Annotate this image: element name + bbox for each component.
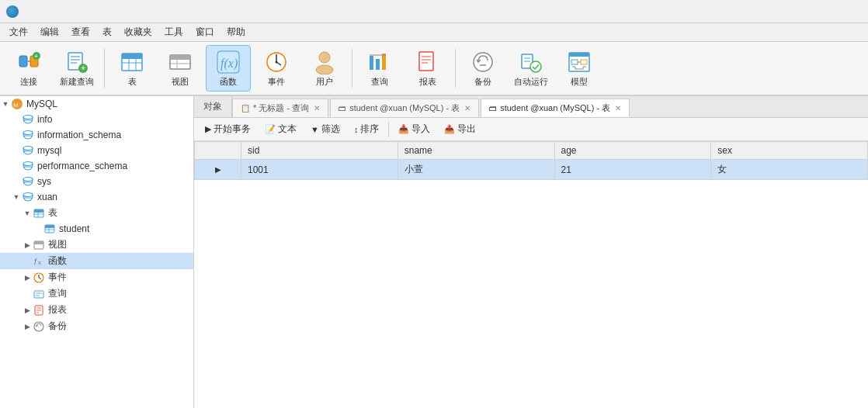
table-area: sid sname age sex ▶ 1001 小萱 21 女 <box>194 141 868 408</box>
action-icon-export: 📤 <box>444 124 455 134</box>
sidebar-item-report-group[interactable]: ▶报表 <box>0 302 193 318</box>
tree-arrow <box>11 130 22 140</box>
action-icon-begin-transaction: ▶ <box>205 124 211 134</box>
svg-point-55 <box>23 162 33 166</box>
svg-rect-70 <box>34 241 43 244</box>
tree-arrow <box>11 161 22 171</box>
autorun-icon <box>519 50 543 74</box>
action-sep <box>388 122 389 137</box>
action-icon-text: 📝 <box>265 124 276 134</box>
tab-objects[interactable]: 对象 <box>194 95 232 117</box>
toolbar-report-button[interactable]: 报表 <box>405 45 450 92</box>
toolbar-query-button[interactable]: 查询 <box>357 45 402 92</box>
new-query-icon: + <box>64 50 89 74</box>
view-icon <box>168 50 193 74</box>
tree-label-xuan: xuan <box>37 192 57 202</box>
content-area: 对象📋* 无标题 - 查询✕🗃student @xuan (MySQL) - 表… <box>194 96 868 408</box>
action-btn-text[interactable]: 📝文本 <box>259 121 303 137</box>
table-body: ▶ 1001 小萱 21 女 <box>195 160 868 180</box>
action-btn-begin-transaction[interactable]: ▶开始事务 <box>199 121 257 137</box>
connect-label: 连接 <box>20 76 37 88</box>
toolbar-function-button[interactable]: f(x) 函数 <box>206 45 251 92</box>
sidebar-item-student[interactable]: student <box>0 221 193 237</box>
sidebar-item-event-group[interactable]: ▶事件 <box>0 269 193 285</box>
toolbar-model-button[interactable]: 模型 <box>557 45 602 92</box>
tree-arrow: ▼ <box>22 208 33 219</box>
model-icon <box>567 50 592 74</box>
view-label: 视图 <box>172 76 189 88</box>
action-btn-sort[interactable]: ↕排序 <box>348 121 386 137</box>
sidebar-item-biao-group[interactable]: ▼表 <box>0 205 193 221</box>
row-indicator: ▶ <box>195 160 241 180</box>
tree-label-biao-group: 表 <box>48 206 57 220</box>
toolbar-view-button[interactable]: 视图 <box>158 45 203 92</box>
menu-item-帮助[interactable]: 帮助 <box>220 24 252 40</box>
sidebar-item-information_schema[interactable]: information_schema <box>0 127 193 143</box>
event-label: 事件 <box>268 76 285 88</box>
svg-text:f: f <box>34 258 37 266</box>
data-table: sid sname age sex ▶ 1001 小萱 21 女 <box>194 141 868 180</box>
svg-point-25 <box>276 61 278 63</box>
sidebar-item-xuan[interactable]: ▼xuan <box>0 189 193 205</box>
toolbar-new-query-button[interactable]: + 新建查询 <box>54 45 99 92</box>
header-row: sid sname age sex <box>195 142 868 160</box>
svg-rect-62 <box>34 209 43 213</box>
menu-item-窗口[interactable]: 窗口 <box>189 24 220 40</box>
table-row[interactable]: ▶ 1001 小萱 21 女 <box>195 160 868 180</box>
table-header: sid sname age sex <box>195 142 868 160</box>
function-icon: f(x) <box>216 50 241 74</box>
event-icon <box>264 50 289 74</box>
toolbar-event-button[interactable]: 事件 <box>254 45 299 92</box>
svg-text:f(x): f(x) <box>220 57 238 71</box>
toolbar-connect-button[interactable]: + 连接 <box>6 45 51 92</box>
user-icon <box>312 50 337 74</box>
col-sex: sex <box>711 142 868 160</box>
menu-item-查看[interactable]: 查看 <box>65 24 96 40</box>
tree-icon-mysql <box>22 144 34 157</box>
menu-item-表[interactable]: 表 <box>96 24 118 40</box>
svg-point-51 <box>23 131 33 135</box>
svg-point-27 <box>316 65 333 74</box>
tree-icon-student <box>43 223 56 235</box>
query-tab-close[interactable]: ✕ <box>314 104 320 112</box>
student-tab2-label: student @xuan (MySQL) - 表 <box>500 102 610 114</box>
tree-label-information_schema: information_schema <box>37 130 121 140</box>
toolbar-backup-button[interactable]: 备份 <box>460 45 505 92</box>
action-btn-export[interactable]: 📤导出 <box>438 121 482 137</box>
sidebar-item-info[interactable]: info <box>0 112 193 127</box>
menu-bar: 文件编辑查看表收藏夹工具窗口帮助 <box>0 23 868 42</box>
student-tab1-close[interactable]: ✕ <box>464 104 470 112</box>
toolbar-user-button[interactable]: 用户 <box>302 45 347 92</box>
tree-icon-event-group <box>33 271 45 284</box>
action-btn-import[interactable]: 📥导入 <box>392 121 436 137</box>
sidebar-item-view-group[interactable]: ▶视图 <box>0 237 193 253</box>
student-tab2-close[interactable]: ✕ <box>615 104 621 112</box>
tree-label-performance_schema: performance_schema <box>37 161 127 171</box>
sidebar-item-query-group[interactable]: 查询 <box>0 285 193 302</box>
tree-label-backup-group: 备份 <box>48 320 67 333</box>
sidebar-item-func-group[interactable]: fx函数 <box>0 253 193 269</box>
svg-rect-30 <box>382 54 386 70</box>
sidebar-item-sys[interactable]: sys <box>0 174 193 189</box>
menu-item-收藏夹[interactable]: 收藏夹 <box>118 24 158 40</box>
toolbar-table-button[interactable]: 表 <box>109 45 155 92</box>
autorun-label: 自动运行 <box>514 76 548 88</box>
sidebar-item-performance_schema[interactable]: performance_schema <box>0 158 193 174</box>
menu-item-工具[interactable]: 工具 <box>158 24 189 40</box>
toolbar-autorun-button[interactable]: 自动运行 <box>509 45 554 92</box>
svg-rect-66 <box>45 225 54 228</box>
toolbar-sep-2 <box>352 49 352 88</box>
tab-student-table-1[interactable]: 🗃student @xuan (MySQL) - 表✕ <box>330 99 479 117</box>
action-icon-sort: ↕ <box>354 125 359 134</box>
sidebar-item-backup-group[interactable]: ▶备份 <box>0 318 193 334</box>
svg-rect-12 <box>122 54 142 59</box>
user-label: 用户 <box>316 76 333 88</box>
sidebar-item-mysql[interactable]: mysql <box>0 143 193 158</box>
sidebar-item-mysql-root[interactable]: ▼MMySQL <box>0 96 193 112</box>
menu-item-文件[interactable]: 文件 <box>3 24 34 40</box>
menu-item-编辑[interactable]: 编辑 <box>34 24 65 40</box>
action-btn-filter[interactable]: ▼筛选 <box>304 121 346 137</box>
tab-student-table-2[interactable]: 🗃student @xuan (MySQL) - 表✕ <box>481 99 630 117</box>
tab-query-untitled[interactable]: 📋* 无标题 - 查询✕ <box>232 99 328 117</box>
toolbar: + 连接 + 新建查询 表 视图 <box>0 42 868 96</box>
